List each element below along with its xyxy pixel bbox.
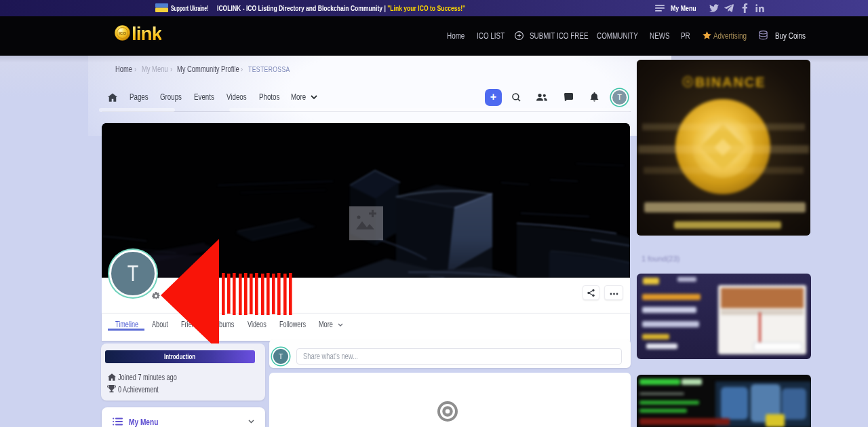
svg-text:ICO: ICO — [119, 31, 126, 35]
